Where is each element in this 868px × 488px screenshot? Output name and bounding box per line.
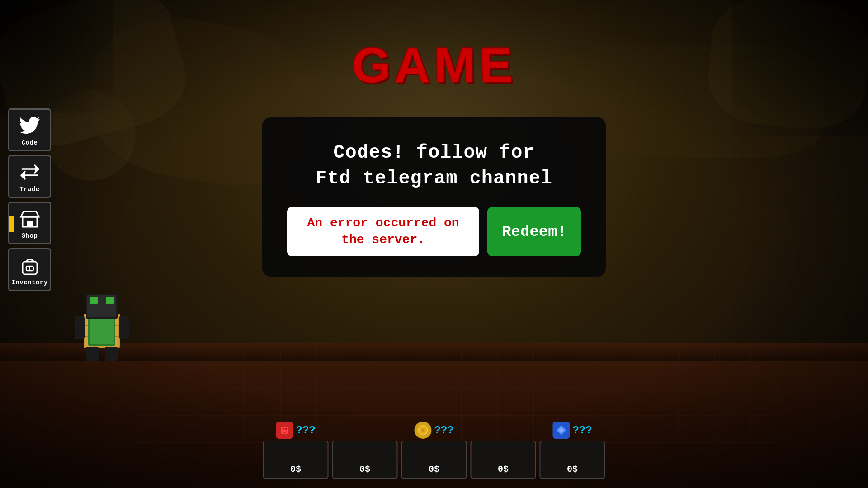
hud-bottom: ??? $ ??? (263, 422, 605, 479)
trade-icon (18, 160, 42, 184)
hud-red-icon (276, 422, 293, 439)
error-box: An error occurred onthe server. (287, 207, 479, 256)
code-label: Code (22, 139, 38, 146)
hud-stat-gold-value: ??? (434, 424, 453, 436)
svg-rect-14 (86, 347, 99, 361)
hud-stat-red: ??? (263, 422, 329, 439)
hud-stat-gold: $ ??? (401, 422, 467, 439)
hud-stat-blue-value: ??? (572, 424, 592, 436)
inventory-label: Inventory (11, 279, 47, 286)
shop-indicator (9, 216, 14, 232)
slot-5-value: 0$ (567, 464, 578, 474)
error-text: An error occurred onthe server. (307, 215, 459, 248)
shop-button[interactable]: Shop (8, 202, 51, 244)
hud-slot-2: 0$ (332, 441, 398, 479)
inventory-button[interactable]: Inventory (8, 248, 51, 291)
slot-4-value: 0$ (498, 464, 509, 474)
hud-gold-icon: $ (414, 422, 431, 439)
hud-slot-4: 0$ (471, 441, 536, 479)
player-character (72, 289, 131, 361)
hud-slot-1: 0$ (263, 441, 329, 479)
svg-rect-11 (106, 297, 114, 304)
hud-blue-icon (552, 422, 570, 439)
svg-rect-12 (75, 316, 85, 339)
svg-rect-7 (90, 318, 114, 344)
hud-stats-row: ??? $ ??? (263, 422, 605, 439)
svg-rect-17 (27, 221, 33, 227)
hud-stat-red-value: ??? (296, 424, 315, 436)
svg-rect-15 (105, 347, 118, 361)
hud-stat-blue: ??? (540, 422, 605, 439)
game-title: GAME (351, 37, 517, 94)
hud-slot-3: 0$ (401, 441, 467, 479)
svg-point-23 (282, 428, 284, 430)
trade-label: Trade (19, 186, 40, 193)
slot-1-value: 0$ (290, 464, 301, 474)
hud-slots: 0$ 0$ 0$ 0$ 0$ (263, 441, 605, 479)
redeem-button[interactable]: Redeem! (487, 207, 581, 256)
svg-text:$: $ (421, 428, 424, 433)
svg-point-24 (285, 428, 287, 430)
inventory-icon (18, 253, 42, 277)
twitter-icon (18, 114, 42, 137)
slot-2-value: 0$ (359, 464, 370, 474)
slot-3-value: 0$ (429, 464, 439, 474)
hud-slot-5: 0$ (540, 441, 605, 479)
modal-message: Codes! follow forFtd telegram channel (287, 140, 581, 191)
shop-icon (18, 207, 42, 230)
shop-label: Shop (22, 232, 38, 239)
svg-rect-10 (90, 297, 98, 304)
svg-rect-13 (119, 316, 129, 339)
sidebar: Code Trade Shop (8, 108, 51, 291)
trade-button[interactable]: Trade (8, 155, 51, 198)
codes-modal: Codes! follow forFtd telegram channel An… (262, 117, 606, 277)
modal-bottom: An error occurred onthe server. Redeem! (287, 207, 581, 256)
code-button[interactable]: Code (8, 108, 51, 151)
